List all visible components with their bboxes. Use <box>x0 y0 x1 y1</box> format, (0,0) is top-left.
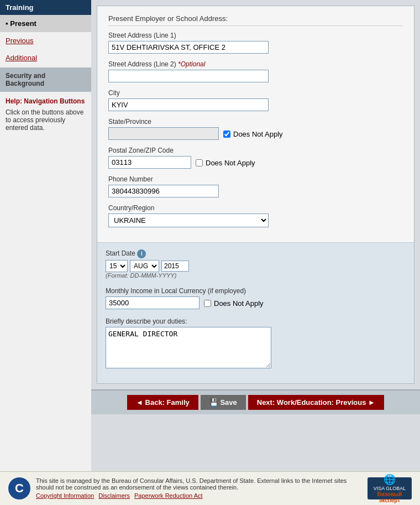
start-date-day-select[interactable]: 15 <box>106 260 128 272</box>
help-subtitle: Navigation Buttons <box>24 97 85 105</box>
help-box: Help: Navigation Buttons Click on the bu… <box>0 92 91 137</box>
date-format-hint: (Format: DD-MMM-YYYY) <box>106 272 406 279</box>
sidebar-section-security: Security andBackground <box>0 67 91 92</box>
postal-row: Does Not Apply <box>108 156 403 169</box>
main-content: Present Employer or School Address: Stre… <box>91 0 420 471</box>
income-does-not-apply-checkbox[interactable] <box>204 300 211 307</box>
income-does-not-apply-label: Does Not Apply <box>214 299 264 308</box>
start-date-label: Start Date i <box>106 249 406 258</box>
footer-text-block: This site is managed by the Bureau of Co… <box>36 477 362 499</box>
state-field: State/Province Does Not Apply <box>108 118 403 140</box>
country-select[interactable]: UKRAINE <box>108 214 269 227</box>
footer-links: Copyright Information Disclaimers Paperw… <box>36 492 362 499</box>
postal-label: Postal Zone/ZIP Code <box>108 147 403 154</box>
sidebar: Training Present Previous Additional Sec… <box>0 0 91 471</box>
start-date-year-input[interactable] <box>161 261 189 272</box>
duties-label: Briefly describe your duties: <box>106 317 406 325</box>
street2-optional: *Optional <box>178 60 205 68</box>
income-input[interactable] <box>106 296 200 309</box>
back-button[interactable]: ◄ Back: Family <box>127 395 198 410</box>
start-date-month-select[interactable]: AUG <box>130 260 159 272</box>
country-label: Country/Region <box>108 204 403 212</box>
section-title: Present Employer or School Address: <box>108 14 403 26</box>
duties-field: Briefly describe your duties: GENERAL DI… <box>106 317 406 370</box>
bottom-navigation: ◄ Back: Family 💾 Save Next: Work/Educati… <box>91 389 420 414</box>
help-title: Help: Navigation Buttons <box>6 97 86 105</box>
country-field: Country/Region UKRAINE <box>108 204 403 227</box>
postal-does-not-apply-checkbox[interactable] <box>196 159 203 166</box>
help-label: Help: <box>6 97 22 105</box>
postal-field: Postal Zone/ZIP Code Does Not Apply <box>108 147 403 169</box>
sidebar-section-training: Training <box>0 0 91 15</box>
save-button[interactable]: 💾 Save <box>201 395 246 410</box>
street2-label: Street Address (Line 2) *Optional <box>108 60 403 68</box>
state-does-not-apply-label: Does Not Apply <box>233 130 283 138</box>
sidebar-item-present[interactable]: Present <box>0 15 91 32</box>
footer: C This site is managed by the Bureau of … <box>0 471 420 505</box>
state-row: Does Not Apply <box>108 127 403 140</box>
sidebar-item-additional[interactable]: Additional <box>0 49 91 66</box>
income-label: Monthly Income in Local Currency (if emp… <box>106 287 406 295</box>
globe-icon: 🌐 <box>384 473 396 486</box>
state-input[interactable] <box>108 127 219 140</box>
sidebar-item-previous[interactable]: Previous <box>0 32 91 49</box>
footer-description: This site is managed by the Bureau of Co… <box>36 477 362 491</box>
content-area: Training Present Previous Additional Sec… <box>0 0 420 471</box>
state-dna-row: Does Not Apply <box>223 130 283 138</box>
state-does-not-apply-checkbox[interactable] <box>223 131 230 138</box>
city-field: City <box>108 89 403 111</box>
visa-global-logo: 🌐 VISA GLOBAL Визовый эксперт <box>368 477 412 499</box>
footer-link-copyright[interactable]: Copyright Information <box>36 492 94 499</box>
street2-input[interactable] <box>108 70 269 82</box>
street1-label: Street Address (Line 1) <box>108 32 403 39</box>
date-income-section: Start Date i 15 AUG (Format: <box>97 242 414 383</box>
footer-link-disclaimers[interactable]: Disclaimers <box>98 492 130 499</box>
address-section: Present Employer or School Address: Stre… <box>97 6 414 242</box>
postal-dna-row: Does Not Apply <box>196 159 255 167</box>
next-button[interactable]: Next: Work/Education: Previous ► <box>248 395 384 410</box>
income-dna-row: Does Not Apply <box>204 299 264 308</box>
phone-field: Phone Number <box>108 175 403 197</box>
visa-global-top-text: VISA GLOBAL <box>374 486 406 491</box>
start-date-field: Start Date i 15 AUG (Format: <box>106 249 406 279</box>
duties-textarea[interactable]: GENERAL DIRECTOR <box>106 327 271 368</box>
start-date-row: 15 AUG <box>106 260 406 272</box>
footer-brand: 🌐 VISA GLOBAL Визовый эксперт <box>368 477 412 499</box>
postal-does-not-apply-label: Does Not Apply <box>206 159 255 167</box>
start-date-info-icon[interactable]: i <box>137 249 146 258</box>
city-label: City <box>108 89 403 97</box>
phone-label: Phone Number <box>108 175 403 183</box>
city-input[interactable] <box>108 98 269 111</box>
footer-link-paperwork[interactable]: Paperwork Reduction Act <box>134 492 203 499</box>
income-field: Monthly Income in Local Currency (if emp… <box>106 287 406 309</box>
income-row: Does Not Apply <box>106 296 406 309</box>
street1-input[interactable] <box>108 41 269 54</box>
street2-field: Street Address (Line 2) *Optional <box>108 60 403 82</box>
help-text: Click on the buttons above to access pre… <box>6 108 86 132</box>
street1-field: Street Address (Line 1) <box>108 32 403 54</box>
footer-logo: C <box>8 477 30 499</box>
app-wrapper: Training Present Previous Additional Sec… <box>0 0 420 505</box>
form-panel: Present Employer or School Address: Stre… <box>97 6 414 384</box>
state-label: State/Province <box>108 118 403 126</box>
postal-input[interactable] <box>108 156 191 169</box>
phone-input[interactable] <box>108 185 219 197</box>
visa-global-bottom-text: Визовый эксперт <box>368 491 412 503</box>
